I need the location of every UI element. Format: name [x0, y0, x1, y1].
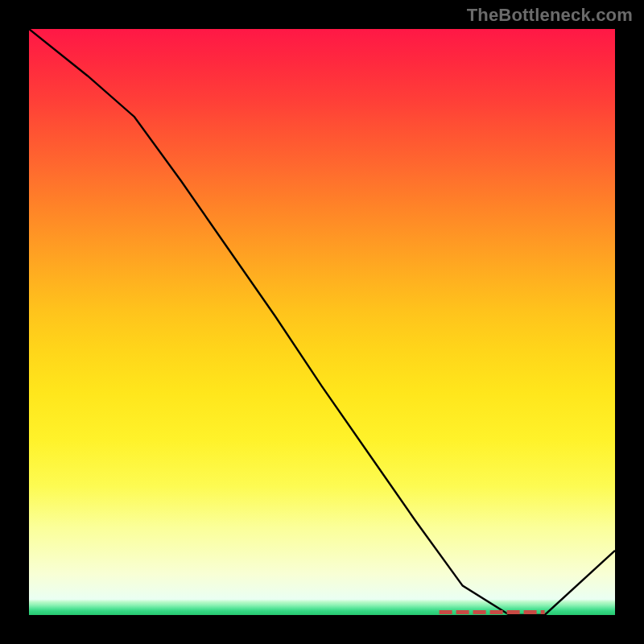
- plot-frame: [26, 26, 618, 618]
- line-layer: [29, 29, 615, 615]
- watermark-text: TheBottleneck.com: [467, 5, 633, 26]
- chart-root: TheBottleneck.com: [0, 0, 644, 644]
- bottleneck-curve: [29, 29, 615, 615]
